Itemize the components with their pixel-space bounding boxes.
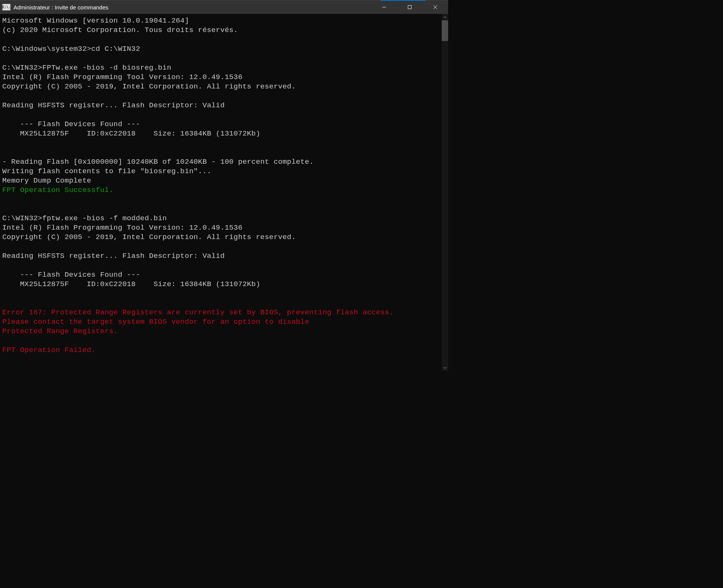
terminal-line [2, 299, 448, 308]
terminal-line: MX25L12875F ID:0xC22018 Size: 16384KB (1… [2, 280, 448, 289]
scroll-up-arrow[interactable] [442, 14, 448, 20]
maximize-button[interactable] [397, 0, 423, 14]
terminal-line [2, 204, 448, 214]
terminal-line [2, 289, 448, 299]
window-title: Administrateur : Invite de commandes [14, 4, 371, 11]
terminal-line: Memory Dump Complete [2, 176, 448, 186]
terminal-line [2, 110, 448, 120]
terminal-line: Writing flash contents to file "biosreg.… [2, 167, 448, 176]
terminal-line: Microsoft Windows [version 10.0.19041.26… [2, 16, 448, 26]
minimize-button[interactable] [371, 0, 397, 14]
chevron-down-icon [443, 366, 447, 370]
terminal-line: Intel (R) Flash Programming Tool Version… [2, 223, 448, 233]
terminal-line [2, 91, 448, 101]
terminal-line: Copyright (C) 2005 - 2019, Intel Corpora… [2, 82, 448, 91]
terminal-body[interactable]: Microsoft Windows [version 10.0.19041.26… [0, 14, 448, 371]
terminal-line: FPT Operation Successful. [2, 186, 448, 195]
terminal-line: Error 167: Protected Range Registers are… [2, 308, 448, 317]
terminal-line: (c) 2020 Microsoft Corporation. Tous dro… [2, 26, 448, 35]
scrollbar[interactable] [442, 14, 448, 371]
chevron-up-icon [443, 15, 447, 19]
terminal-line [2, 54, 448, 63]
scroll-thumb[interactable] [442, 20, 448, 41]
terminal-line [2, 148, 448, 157]
maximize-icon [407, 5, 412, 9]
close-button[interactable] [423, 0, 448, 14]
terminal-line: C:\Windows\system32>cd C:\WIN32 [2, 44, 448, 54]
terminal-line: Copyright (C) 2005 - 2019, Intel Corpora… [2, 233, 448, 242]
titlebar[interactable]: C:\. Administrateur : Invite de commande… [0, 0, 448, 14]
terminal-line: --- Flash Devices Found --- [2, 120, 448, 129]
window-controls [371, 0, 448, 14]
cmd-icon: C:\. [2, 4, 11, 11]
terminal-line: C:\WIN32>FPTw.exe -bios -d biosreg.bin [2, 63, 448, 73]
scroll-down-arrow[interactable] [442, 364, 448, 371]
command-prompt-window: C:\. Administrateur : Invite de commande… [0, 0, 448, 371]
terminal-line [2, 336, 448, 346]
close-icon [433, 5, 438, 9]
terminal-line: MX25L12875F ID:0xC22018 Size: 16384KB (1… [2, 129, 448, 139]
terminal-line: Reading HSFSTS register... Flash Descrip… [2, 101, 448, 110]
terminal-line: --- Flash Devices Found --- [2, 270, 448, 280]
terminal-line: Intel (R) Flash Programming Tool Version… [2, 73, 448, 82]
terminal-line: - Reading Flash [0x1000000] 10240KB of 1… [2, 157, 448, 167]
svg-rect-1 [408, 6, 412, 9]
terminal-line: Reading HSFSTS register... Flash Descrip… [2, 251, 448, 261]
terminal-line [2, 195, 448, 204]
terminal-output: Microsoft Windows [version 10.0.19041.26… [2, 16, 448, 355]
terminal-line [2, 261, 448, 270]
terminal-line [2, 242, 448, 251]
terminal-line [2, 35, 448, 44]
terminal-line: Protected Range Registers. [2, 327, 448, 336]
minimize-icon [382, 5, 386, 9]
terminal-line: Please contact the target system BIOS ve… [2, 317, 448, 327]
terminal-line: FPT Operation Failed. [2, 346, 448, 355]
terminal-line: C:\WIN32>fptw.exe -bios -f modded.bin [2, 214, 448, 223]
terminal-line [2, 139, 448, 148]
